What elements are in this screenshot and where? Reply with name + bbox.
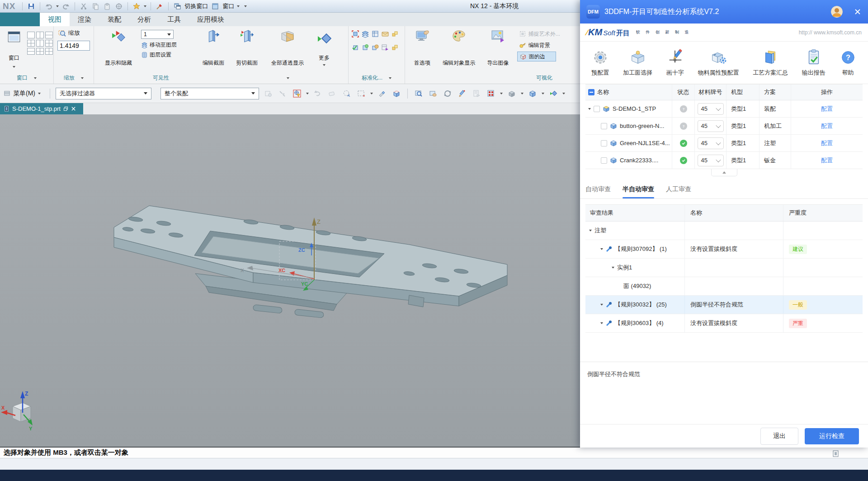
view-cube-dropdown[interactable] xyxy=(542,93,544,94)
user-avatar[interactable] xyxy=(831,6,843,18)
rotate-view-button[interactable] xyxy=(442,88,453,99)
zoom-value-input[interactable] xyxy=(57,41,90,51)
export-image-button[interactable]: 导出图像 xyxy=(483,26,513,70)
brush-button[interactable] xyxy=(155,2,164,11)
face-edges-button[interactable]: 面的边 xyxy=(517,52,556,61)
zoom-area-button[interactable] xyxy=(413,88,424,99)
clipboard-tray-icon[interactable] xyxy=(832,450,840,457)
dashed-circle-button[interactable] xyxy=(341,88,352,99)
edit-background-button[interactable]: 编辑背景 xyxy=(517,40,580,50)
row-checkbox[interactable] xyxy=(601,157,607,164)
sketch-star-button[interactable] xyxy=(132,2,141,11)
copy-button[interactable] xyxy=(91,2,100,11)
orientation-triad[interactable]: Z X Y xyxy=(1,391,33,431)
switch-window-button[interactable] xyxy=(173,2,182,11)
show-hide-mini-button[interactable] xyxy=(548,88,559,99)
collapse-caret[interactable] xyxy=(600,322,603,324)
close-tab-icon[interactable] xyxy=(71,106,76,111)
result-row-rule[interactable]: 【规则30603】 (4) 没有设置拔模斜度 严重 xyxy=(585,314,863,333)
row-checkbox[interactable] xyxy=(601,140,607,146)
help-button[interactable]: ? 帮助 xyxy=(840,49,857,77)
configure-link[interactable]: 配置 xyxy=(821,122,833,130)
cube-top-button[interactable] xyxy=(391,88,402,99)
selection-sphere-button[interactable] xyxy=(114,2,123,11)
table-row[interactable]: S-DEMO-1_STP ? 45 类型1 装配 配置 xyxy=(585,100,863,118)
layer-settings-button[interactable]: 图层设置 xyxy=(141,51,194,59)
select-all-checkbox[interactable] xyxy=(588,89,594,95)
configure-link[interactable]: 配置 xyxy=(821,156,833,165)
tab-semi-auto-review[interactable]: 半自动审查 xyxy=(623,180,654,198)
menu-tab-view[interactable]: 视图 xyxy=(40,13,70,26)
window-menu-dropdown[interactable] xyxy=(237,5,240,7)
show-hide-mini-dropdown[interactable] xyxy=(562,93,565,94)
group-label-visibility[interactable]: 可见性 xyxy=(94,72,348,84)
group-label-zoom[interactable]: 缩放 xyxy=(53,72,94,84)
restore-window-icon[interactable] xyxy=(63,106,68,111)
collapse-table-button[interactable] xyxy=(711,169,737,176)
menu-tab-applications[interactable]: 应用模块 xyxy=(189,13,232,26)
group-label-visualization[interactable]: 可视化 xyxy=(405,72,580,84)
selection-filter-combo[interactable]: 无选择过滤器 xyxy=(56,88,151,99)
show-hide-button[interactable]: 显示和隐藏 xyxy=(100,26,137,70)
draw-cross-button[interactable]: 画十字 xyxy=(666,49,684,77)
highlight-button[interactable] xyxy=(377,88,387,99)
part-tab[interactable]: S-DEMO-1_stp.prt xyxy=(0,103,83,114)
collapse-caret[interactable] xyxy=(600,304,603,306)
preferences-button[interactable]: 首选项 xyxy=(410,26,435,70)
machining-face-select-button[interactable]: 加工面选择 xyxy=(623,49,652,77)
edit-section-button[interactable]: 编辑截面 xyxy=(199,26,228,70)
edit-object-display-button[interactable]: 编辑对象显示 xyxy=(439,26,479,70)
paste-button[interactable] xyxy=(103,2,112,11)
configure-link[interactable]: 配置 xyxy=(821,105,833,113)
rect-select-button[interactable] xyxy=(356,88,367,99)
group-label-window[interactable]: 窗口 xyxy=(0,72,53,84)
row-checkbox[interactable] xyxy=(594,106,600,112)
collapse-caret[interactable] xyxy=(600,248,603,250)
window-button[interactable]: 窗口 xyxy=(4,27,24,71)
tab-manual-review[interactable]: 人工审查 xyxy=(666,180,691,198)
preconfig-button[interactable]: 预配置 xyxy=(591,49,609,77)
qat-overflow-dropdown[interactable] xyxy=(244,5,247,7)
output-report-button[interactable]: 输出报告 xyxy=(802,49,826,77)
pencil-button[interactable] xyxy=(457,88,467,99)
move-to-layer-button[interactable]: 移动至图层 xyxy=(141,41,194,49)
pan-button[interactable] xyxy=(428,88,439,99)
configure-link[interactable]: 配置 xyxy=(821,139,833,147)
group-label-standard[interactable]: 标准化... xyxy=(348,72,405,84)
tab-auto-review[interactable]: 自动审查 xyxy=(585,180,611,198)
standard-tools-grid[interactable] xyxy=(349,26,405,57)
snap-point-dropdown[interactable] xyxy=(306,93,309,94)
material-select[interactable]: 45 xyxy=(698,120,724,132)
window-layout-grid[interactable] xyxy=(27,27,53,72)
material-select[interactable]: 45 xyxy=(698,137,724,149)
cut-button[interactable] xyxy=(79,2,88,11)
see-through-button[interactable]: 全部通透显示 xyxy=(266,26,309,70)
grid-view-dropdown[interactable] xyxy=(500,93,503,94)
exit-button[interactable]: 退出 xyxy=(760,428,798,445)
view-cube-button[interactable] xyxy=(527,88,538,99)
redo-button[interactable] xyxy=(61,2,71,11)
menu-tab-tools[interactable]: 工具 xyxy=(159,13,189,26)
table-row[interactable]: button-green-N... ? 45 类型1 机加工 配置 xyxy=(585,118,863,135)
table-row[interactable]: Green-NJL1SE-4... 45 类型1 注塑 配置 xyxy=(585,135,863,152)
result-row-face[interactable]: 面 (49032) xyxy=(585,277,863,296)
collapse-caret[interactable] xyxy=(588,108,591,110)
menu-tab-render[interactable]: 渲染 xyxy=(70,13,99,26)
more-button[interactable]: 更多 xyxy=(314,26,335,70)
undo-button[interactable] xyxy=(44,2,53,11)
snap-point-button[interactable] xyxy=(292,88,302,99)
menu-tab-analysis[interactable]: 分析 xyxy=(129,13,159,26)
work-layer-combo[interactable]: 1 xyxy=(141,30,174,39)
selection-scope-combo[interactable]: 整个装配 xyxy=(160,88,259,99)
menu-button[interactable]: 菜单(M) xyxy=(4,90,44,98)
zoom-button[interactable]: 缩放 xyxy=(58,29,94,37)
table-row[interactable]: Crank22333.... 45 类型1 钣金 配置 xyxy=(585,152,863,169)
run-check-button[interactable]: 运行检查 xyxy=(805,428,859,444)
material-preconfig-button[interactable]: 物料属性预配置 xyxy=(698,49,739,77)
render-style-dropdown[interactable] xyxy=(521,93,524,94)
sketch-star-dropdown[interactable] xyxy=(144,5,146,7)
render-style-button[interactable] xyxy=(506,88,517,99)
result-row-rule-selected[interactable]: 【规则30032】 (25) 倒圆半径不符合规范 一般 xyxy=(585,296,863,314)
material-select[interactable]: 45 xyxy=(698,103,724,115)
material-select[interactable]: 45 xyxy=(698,155,724,166)
